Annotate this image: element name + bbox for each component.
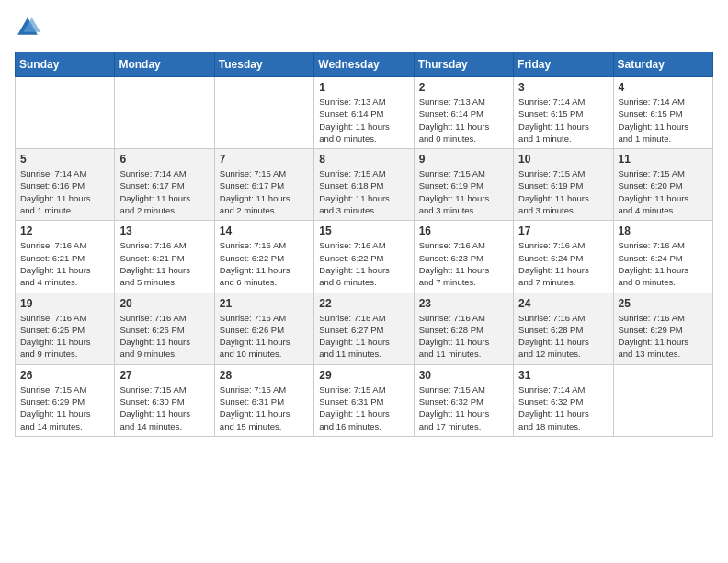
calendar-day-24: 24Sunrise: 7:16 AM Sunset: 6:28 PM Dayli…: [514, 293, 613, 364]
calendar-day-22: 22Sunrise: 7:16 AM Sunset: 6:27 PM Dayli…: [314, 293, 414, 364]
calendar-header-row: SundayMondayTuesdayWednesdayThursdayFrid…: [16, 52, 713, 77]
calendar-day-13: 13Sunrise: 7:16 AM Sunset: 6:21 PM Dayli…: [115, 221, 214, 293]
calendar-day-2: 2Sunrise: 7:13 AM Sunset: 6:14 PM Daylig…: [414, 77, 513, 149]
calendar-empty-cell: [613, 364, 712, 436]
day-number: 11: [619, 153, 708, 166]
day-number: 20: [119, 297, 209, 310]
weekday-header-wednesday: Wednesday: [314, 52, 414, 77]
calendar-week-row: 12Sunrise: 7:16 AM Sunset: 6:21 PM Dayli…: [16, 221, 713, 293]
calendar-day-23: 23Sunrise: 7:16 AM Sunset: 6:28 PM Dayli…: [414, 293, 513, 364]
day-number: 19: [20, 297, 109, 310]
day-number: 3: [518, 81, 608, 94]
day-info: Sunrise: 7:14 AM Sunset: 6:17 PM Dayligh…: [119, 167, 209, 216]
day-info: Sunrise: 7:16 AM Sunset: 6:26 PM Dayligh…: [220, 312, 309, 361]
page-header: [15, 15, 713, 40]
day-info: Sunrise: 7:15 AM Sunset: 6:19 PM Dayligh…: [419, 167, 508, 216]
day-info: Sunrise: 7:16 AM Sunset: 6:27 PM Dayligh…: [319, 312, 408, 361]
day-number: 16: [419, 224, 508, 237]
day-number: 13: [119, 224, 209, 237]
day-info: Sunrise: 7:16 AM Sunset: 6:24 PM Dayligh…: [518, 239, 608, 288]
day-number: 24: [518, 297, 608, 310]
calendar-week-row: 5Sunrise: 7:14 AM Sunset: 6:16 PM Daylig…: [16, 149, 713, 221]
calendar-day-7: 7Sunrise: 7:15 AM Sunset: 6:17 PM Daylig…: [214, 149, 313, 221]
day-number: 7: [220, 153, 309, 166]
calendar-week-row: 1Sunrise: 7:13 AM Sunset: 6:14 PM Daylig…: [16, 77, 713, 149]
day-info: Sunrise: 7:13 AM Sunset: 6:14 PM Dayligh…: [319, 96, 408, 144]
day-info: Sunrise: 7:16 AM Sunset: 6:25 PM Dayligh…: [20, 312, 109, 361]
calendar-day-12: 12Sunrise: 7:16 AM Sunset: 6:21 PM Dayli…: [16, 221, 115, 293]
day-number: 23: [419, 297, 508, 310]
weekday-header-thursday: Thursday: [414, 52, 513, 77]
calendar-day-6: 6Sunrise: 7:14 AM Sunset: 6:17 PM Daylig…: [115, 149, 214, 221]
logo: [15, 15, 44, 40]
calendar-week-row: 26Sunrise: 7:15 AM Sunset: 6:29 PM Dayli…: [16, 364, 713, 436]
day-number: 17: [518, 224, 608, 237]
day-info: Sunrise: 7:16 AM Sunset: 6:22 PM Dayligh…: [319, 239, 408, 288]
calendar-day-1: 1Sunrise: 7:13 AM Sunset: 6:14 PM Daylig…: [314, 77, 414, 149]
day-number: 26: [20, 369, 109, 382]
day-info: Sunrise: 7:13 AM Sunset: 6:14 PM Dayligh…: [419, 96, 508, 144]
day-info: Sunrise: 7:16 AM Sunset: 6:21 PM Dayligh…: [20, 239, 109, 288]
day-info: Sunrise: 7:15 AM Sunset: 6:31 PM Dayligh…: [220, 384, 309, 432]
calendar-day-31: 31Sunrise: 7:14 AM Sunset: 6:32 PM Dayli…: [514, 364, 613, 436]
day-number: 28: [220, 369, 309, 382]
day-info: Sunrise: 7:14 AM Sunset: 6:15 PM Dayligh…: [619, 96, 708, 144]
day-info: Sunrise: 7:15 AM Sunset: 6:29 PM Dayligh…: [20, 384, 109, 432]
day-info: Sunrise: 7:16 AM Sunset: 6:22 PM Dayligh…: [220, 239, 309, 288]
day-number: 8: [319, 153, 408, 166]
day-info: Sunrise: 7:16 AM Sunset: 6:24 PM Dayligh…: [619, 239, 708, 288]
calendar-empty-cell: [16, 77, 115, 149]
calendar-day-25: 25Sunrise: 7:16 AM Sunset: 6:29 PM Dayli…: [613, 293, 712, 364]
calendar-day-11: 11Sunrise: 7:15 AM Sunset: 6:20 PM Dayli…: [613, 149, 712, 221]
weekday-header-saturday: Saturday: [613, 52, 712, 77]
calendar-day-3: 3Sunrise: 7:14 AM Sunset: 6:15 PM Daylig…: [514, 77, 613, 149]
day-info: Sunrise: 7:15 AM Sunset: 6:30 PM Dayligh…: [119, 384, 209, 432]
day-info: Sunrise: 7:14 AM Sunset: 6:16 PM Dayligh…: [20, 167, 109, 216]
calendar-day-21: 21Sunrise: 7:16 AM Sunset: 6:26 PM Dayli…: [214, 293, 313, 364]
calendar-day-19: 19Sunrise: 7:16 AM Sunset: 6:25 PM Dayli…: [16, 293, 115, 364]
day-number: 1: [319, 81, 408, 94]
day-number: 21: [220, 297, 309, 310]
calendar-day-15: 15Sunrise: 7:16 AM Sunset: 6:22 PM Dayli…: [314, 221, 414, 293]
day-number: 22: [319, 297, 408, 310]
calendar-day-10: 10Sunrise: 7:15 AM Sunset: 6:19 PM Dayli…: [514, 149, 613, 221]
weekday-header-monday: Monday: [115, 52, 214, 77]
day-number: 9: [419, 153, 508, 166]
day-info: Sunrise: 7:16 AM Sunset: 6:28 PM Dayligh…: [518, 312, 608, 361]
day-number: 12: [20, 224, 109, 237]
calendar-day-28: 28Sunrise: 7:15 AM Sunset: 6:31 PM Dayli…: [214, 364, 313, 436]
calendar-empty-cell: [115, 77, 214, 149]
calendar-day-18: 18Sunrise: 7:16 AM Sunset: 6:24 PM Dayli…: [613, 221, 712, 293]
day-number: 31: [518, 369, 608, 382]
calendar-day-26: 26Sunrise: 7:15 AM Sunset: 6:29 PM Dayli…: [16, 364, 115, 436]
day-info: Sunrise: 7:15 AM Sunset: 6:17 PM Dayligh…: [220, 167, 309, 216]
calendar-day-20: 20Sunrise: 7:16 AM Sunset: 6:26 PM Dayli…: [115, 293, 214, 364]
day-number: 27: [119, 369, 209, 382]
day-info: Sunrise: 7:14 AM Sunset: 6:15 PM Dayligh…: [518, 96, 608, 144]
day-info: Sunrise: 7:14 AM Sunset: 6:32 PM Dayligh…: [518, 384, 608, 432]
calendar-day-29: 29Sunrise: 7:15 AM Sunset: 6:31 PM Dayli…: [314, 364, 414, 436]
day-number: 2: [419, 81, 508, 94]
day-number: 29: [319, 369, 408, 382]
day-info: Sunrise: 7:16 AM Sunset: 6:21 PM Dayligh…: [119, 239, 209, 288]
calendar-table: SundayMondayTuesdayWednesdayThursdayFrid…: [15, 52, 713, 437]
day-info: Sunrise: 7:15 AM Sunset: 6:31 PM Dayligh…: [319, 384, 408, 432]
calendar-day-9: 9Sunrise: 7:15 AM Sunset: 6:19 PM Daylig…: [414, 149, 513, 221]
day-info: Sunrise: 7:15 AM Sunset: 6:32 PM Dayligh…: [419, 384, 508, 432]
day-info: Sunrise: 7:16 AM Sunset: 6:29 PM Dayligh…: [619, 312, 708, 361]
day-info: Sunrise: 7:16 AM Sunset: 6:23 PM Dayligh…: [419, 239, 508, 288]
day-number: 15: [319, 224, 408, 237]
weekday-header-sunday: Sunday: [16, 52, 115, 77]
day-number: 14: [220, 224, 309, 237]
logo-icon: [15, 15, 40, 40]
weekday-header-tuesday: Tuesday: [214, 52, 313, 77]
calendar-day-5: 5Sunrise: 7:14 AM Sunset: 6:16 PM Daylig…: [16, 149, 115, 221]
day-number: 10: [518, 153, 608, 166]
day-info: Sunrise: 7:15 AM Sunset: 6:19 PM Dayligh…: [518, 167, 608, 216]
day-info: Sunrise: 7:16 AM Sunset: 6:28 PM Dayligh…: [419, 312, 508, 361]
calendar-day-17: 17Sunrise: 7:16 AM Sunset: 6:24 PM Dayli…: [514, 221, 613, 293]
day-number: 4: [619, 81, 708, 94]
day-number: 6: [119, 153, 209, 166]
day-info: Sunrise: 7:16 AM Sunset: 6:26 PM Dayligh…: [119, 312, 209, 361]
calendar-empty-cell: [214, 77, 313, 149]
